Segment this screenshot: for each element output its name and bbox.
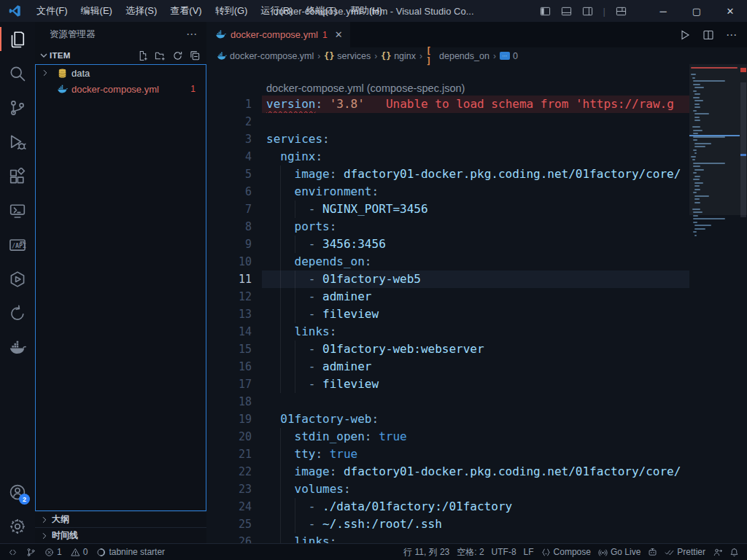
scrollbar-slider[interactable] — [740, 82, 746, 217]
code-line-12[interactable]: 12 - adminer — [206, 288, 689, 306]
status-indentation[interactable]: 空格: 2 — [453, 544, 487, 560]
breadcrumb-depends-on[interactable]: [ ]depends_on — [426, 51, 489, 61]
status-bar: 10tabnine starter 行 11, 列 23空格: 2UTF-8LF… — [0, 543, 747, 560]
close-button[interactable]: ✕ — [713, 0, 747, 22]
split-editor-icon[interactable] — [703, 29, 714, 41]
menu-selection[interactable]: 选择(S) — [119, 5, 163, 16]
panel-outline[interactable]: 大纲 — [35, 511, 206, 527]
code-line-4[interactable]: 4 nginx: — [206, 148, 689, 166]
customize-layout-icon[interactable] — [616, 6, 627, 17]
status-tabnine[interactable]: tabnine starter — [93, 544, 169, 560]
settings-button[interactable] — [0, 509, 35, 543]
code-line-2[interactable]: 2 — [206, 113, 689, 131]
code-line-17[interactable]: 17 - fileview — [206, 376, 689, 393]
status-problems-warnings[interactable]: 0 — [67, 544, 92, 560]
new-file-icon[interactable] — [137, 50, 148, 61]
status-eol[interactable]: LF — [520, 544, 538, 560]
svg-text:/API: /API — [12, 241, 26, 249]
activity-search[interactable] — [0, 56, 35, 90]
code-line-5[interactable]: 5 image: dfactory01-docker.pkg.coding.ne… — [206, 166, 689, 183]
panel-timeline[interactable]: 时间线 — [35, 527, 206, 543]
toggle-sidebar-icon[interactable] — [540, 6, 551, 17]
status-language-mode[interactable]: Compose — [538, 544, 595, 560]
code-line-26[interactable]: 26 links: — [206, 533, 689, 543]
codelens-schema[interactable]: docker-compose.yml (compose-spec.json) — [206, 81, 689, 96]
tree-item-data[interactable]: data — [36, 65, 206, 81]
activity-docker[interactable] — [0, 330, 35, 365]
status-encoding[interactable]: UTF-8 — [488, 544, 520, 560]
status-feedback[interactable] — [709, 544, 726, 560]
code-line-6[interactable]: 6 environment: — [206, 183, 689, 201]
minimap[interactable] — [689, 64, 740, 543]
activity-extensions[interactable] — [0, 159, 35, 193]
status-problems-errors[interactable]: 1 — [41, 544, 66, 560]
code-line-15[interactable]: 15 - 01factory-web:webserver — [206, 341, 689, 358]
more-actions-icon[interactable]: ⋯ — [186, 28, 198, 41]
minimap-slider[interactable] — [689, 64, 747, 215]
breadcrumb-file[interactable]: docker-compose.yml — [217, 51, 314, 61]
accounts-button[interactable]: 2 — [0, 475, 35, 509]
code-line-13[interactable]: 13 - fileview — [206, 306, 689, 323]
tab-label: docker-compose.yml — [231, 29, 318, 40]
code-line-23[interactable]: 23 volumes: — [206, 481, 689, 498]
activity-bar: /API 2 — [0, 22, 35, 543]
explorer-section-header[interactable]: ITEM — [35, 47, 206, 64]
menu-view[interactable]: 查看(V) — [163, 5, 208, 16]
status-go-live[interactable]: Go Live — [595, 544, 644, 560]
code-line-9[interactable]: 9 - 3456:3456 — [206, 236, 689, 253]
activity-run-debug[interactable] — [0, 125, 35, 159]
tab-docker-compose[interactable]: docker-compose.yml 1 ✕ — [206, 22, 350, 47]
breadcrumb-services[interactable]: {}services — [324, 51, 371, 61]
code-line-8[interactable]: 8 ports: — [206, 218, 689, 236]
code-line-19[interactable]: 19 01factory-web: — [206, 411, 689, 428]
activity-remote-explorer[interactable] — [0, 193, 35, 228]
layout-controls: | — [540, 6, 627, 17]
status-notifications[interactable] — [726, 544, 743, 560]
code-editor[interactable]: docker-compose.yml (compose-spec.json) 1… — [206, 81, 689, 543]
code-line-24[interactable]: 24 - ./data/01factory:/01factory — [206, 498, 689, 516]
status-prettier[interactable]: Prettier — [661, 544, 709, 560]
code-line-21[interactable]: 21 tty: true — [206, 446, 689, 463]
window-controls: ─ ▢ ✕ — [646, 0, 747, 22]
run-button[interactable] — [679, 29, 691, 41]
menu-file[interactable]: 文件(F) — [30, 5, 74, 16]
code-line-25[interactable]: 25 - ~/.ssh:/root/.ssh — [206, 516, 689, 533]
activity-api-client[interactable]: /API — [0, 228, 35, 262]
status-remote-indicator[interactable] — [4, 544, 21, 560]
status-cursor-position[interactable]: 行 11, 列 23 — [400, 544, 453, 560]
code-line-14[interactable]: 14 links: — [206, 323, 689, 341]
code-line-7[interactable]: 7 - NGINX_PORT=3456 — [206, 201, 689, 218]
editor-more-actions-icon[interactable]: ⋯ — [726, 28, 737, 42]
toggle-panel-icon[interactable] — [561, 6, 572, 17]
breadcrumb-nginx[interactable]: {}nginx — [381, 51, 416, 61]
line-number: 8 — [206, 218, 252, 236]
minimize-button[interactable]: ─ — [646, 0, 680, 22]
maximize-button[interactable]: ▢ — [680, 0, 713, 22]
collapse-all-icon[interactable] — [190, 50, 201, 61]
docker-icon — [57, 84, 68, 95]
status-dev-container[interactable] — [644, 544, 661, 560]
breadcrumb-index[interactable]: ⋯0 — [500, 51, 518, 61]
menu-go[interactable]: 转到(G) — [209, 5, 255, 16]
code-line-22[interactable]: 22 image: dfactory01-docker.pkg.coding.n… — [206, 463, 689, 481]
tree-item-docker-compose[interactable]: docker-compose.yml1 — [36, 81, 206, 97]
vertical-scrollbar[interactable] — [740, 64, 747, 543]
menu-edit[interactable]: 编辑(E) — [74, 5, 119, 16]
activity-container-tools[interactable] — [0, 262, 35, 296]
code-line-1[interactable]: 1version: '3.8'Unable to load schema fro… — [206, 96, 689, 113]
status-source-control-status[interactable] — [23, 544, 39, 560]
activity-source-control[interactable] — [0, 90, 35, 125]
code-line-10[interactable]: 10 depends_on: — [206, 253, 689, 271]
code-line-3[interactable]: 3services: — [206, 131, 689, 148]
code-line-11[interactable]: 11 - 01factory-web5 — [206, 271, 689, 288]
code-line-16[interactable]: 16 - adminer — [206, 358, 689, 376]
new-folder-icon[interactable] — [155, 50, 166, 61]
tab-close-icon[interactable]: ✕ — [335, 29, 343, 40]
remote-icon — [8, 548, 18, 557]
activity-restore[interactable] — [0, 296, 35, 330]
refresh-icon[interactable] — [172, 50, 183, 61]
toggle-secondary-sidebar-icon[interactable] — [582, 6, 593, 17]
activity-explorer[interactable] — [0, 22, 35, 56]
code-line-18[interactable]: 18 — [206, 393, 689, 411]
code-line-20[interactable]: 20 stdin_open: true — [206, 428, 689, 446]
